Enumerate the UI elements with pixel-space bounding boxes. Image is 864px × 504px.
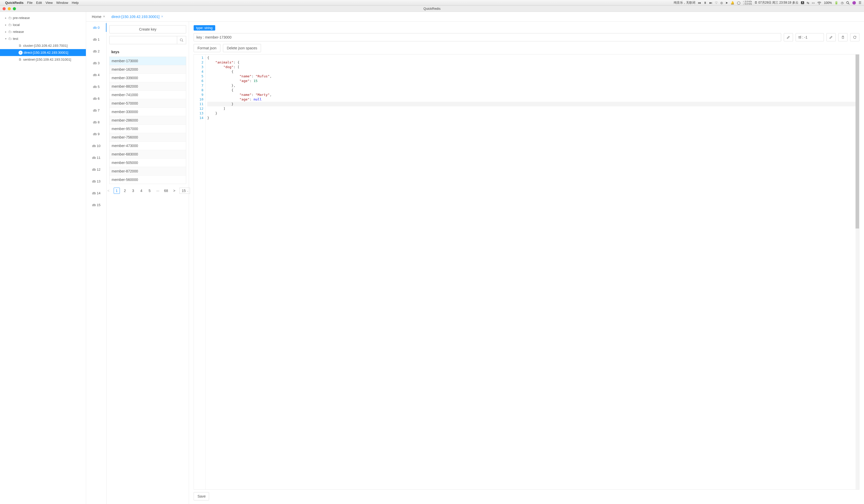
heart-icon[interactable]: ♡: [715, 1, 718, 5]
minimize-window-button[interactable]: [8, 7, 11, 10]
db-item[interactable]: db 2: [86, 45, 106, 57]
key-search-input[interactable]: [109, 36, 177, 44]
now-playing-text[interactable]: 纯音乐，无歌词: [674, 1, 695, 5]
trash-icon: [841, 36, 845, 39]
app-name[interactable]: QuickRedis: [5, 1, 24, 5]
key-row[interactable]: member-173000: [110, 57, 186, 65]
battery-bar-icon[interactable]: ▭: [812, 1, 815, 5]
db-item[interactable]: db 5: [86, 81, 106, 93]
db-item[interactable]: db 14: [86, 187, 106, 199]
page-ellipsis[interactable]: ···: [155, 188, 161, 194]
save-button[interactable]: Save: [194, 492, 209, 500]
tab[interactable]: Home✕: [89, 12, 108, 21]
rename-key-button[interactable]: [784, 33, 793, 41]
key-row[interactable]: member-957000: [110, 124, 186, 133]
date-time[interactable]: 🗓 07月29日 周三 23:59:19 多云: [754, 1, 799, 5]
page-next-button[interactable]: >: [171, 188, 178, 194]
key-row[interactable]: member-162000: [110, 65, 186, 74]
refresh-button[interactable]: [850, 33, 859, 41]
folder-icon: 🗀: [8, 37, 13, 41]
wifi-icon[interactable]: [817, 1, 821, 4]
db-item[interactable]: db 9: [86, 128, 106, 140]
network-speed-indicator[interactable]: ↑ 2.0 K/s ↓ 0.0 K/s: [743, 1, 752, 5]
db-item[interactable]: db 13: [86, 175, 106, 187]
page-number[interactable]: 5: [147, 188, 153, 194]
search-icon: [180, 38, 183, 42]
tree-folder-pre-release[interactable]: ▸🗀pre-release: [0, 14, 86, 21]
control-center-icon[interactable]: ☰: [859, 1, 861, 5]
bluetooth-icon[interactable]: ⇆: [807, 1, 809, 5]
key-row[interactable]: member-570000: [110, 99, 186, 108]
close-window-button[interactable]: [3, 7, 5, 10]
key-row[interactable]: member-473000: [110, 142, 186, 150]
db-item[interactable]: db 8: [86, 116, 106, 128]
page-number[interactable]: 2: [122, 188, 128, 194]
page-size-select[interactable]: 15: [180, 188, 190, 194]
db-item[interactable]: db 7: [86, 105, 106, 116]
search-button[interactable]: [177, 36, 186, 44]
db-item[interactable]: db 4: [86, 69, 106, 81]
editor-code[interactable]: { "animals": { "dog": [ { "name": "Rufus…: [206, 54, 859, 489]
edit-ttl-button[interactable]: [826, 33, 836, 41]
editor-gutter: 1234567891011121314: [194, 54, 206, 489]
menu-view[interactable]: View: [46, 1, 53, 5]
key-row[interactable]: member-560000: [110, 175, 186, 184]
db-item[interactable]: db 11: [86, 152, 106, 163]
format-json-button[interactable]: Format json: [194, 44, 220, 52]
tree-connection-item[interactable]: ✓direct-[150.109.42.193:30001]: [0, 49, 86, 56]
page-number[interactable]: 1: [114, 188, 120, 194]
db-item[interactable]: db 3: [86, 57, 106, 69]
battery-icon[interactable]: 🔋: [835, 1, 838, 5]
value-editor[interactable]: 1234567891011121314 { "animals": { "dog"…: [194, 54, 859, 490]
spotlight-icon[interactable]: [846, 1, 850, 5]
window-titlebar: QuickRedis: [0, 6, 864, 12]
menu-file[interactable]: File: [27, 1, 33, 5]
key-row[interactable]: member-505000: [110, 158, 186, 167]
key-name-field[interactable]: key : member-173000: [194, 33, 781, 41]
tree-folder-local[interactable]: ▸🗀local: [0, 21, 86, 28]
send-icon[interactable]: ➤: [725, 1, 728, 5]
db-item[interactable]: db 12: [86, 163, 106, 175]
tree-connection-item[interactable]: 🗎sentinel-[150.109.42.193:31001]: [0, 56, 86, 63]
key-row[interactable]: member-872000: [110, 167, 186, 175]
menu-window[interactable]: Window: [56, 1, 68, 5]
key-row[interactable]: member-683000: [110, 150, 186, 158]
siri-icon[interactable]: 🟣: [852, 1, 856, 5]
db-item[interactable]: db 0: [86, 22, 106, 34]
menu-edit[interactable]: Edit: [36, 1, 42, 5]
target-icon[interactable]: ◎: [720, 1, 723, 5]
circle-icon[interactable]: ◯: [737, 1, 740, 5]
tab-close-icon[interactable]: ✕: [161, 15, 163, 18]
key-row[interactable]: member-286000: [110, 116, 186, 124]
delete-key-button[interactable]: [838, 33, 848, 41]
key-row[interactable]: member-330000: [110, 108, 186, 116]
bell-icon[interactable]: 🔔: [731, 1, 734, 5]
editor-scrollbar[interactable]: [855, 54, 859, 489]
tab[interactable]: direct-[150.109.42.193:30001]✕: [108, 12, 166, 21]
key-row[interactable]: member-741000: [110, 90, 186, 99]
db-item[interactable]: db 6: [86, 93, 106, 105]
key-row[interactable]: member-756000: [110, 133, 186, 142]
page-number[interactable]: 4: [139, 188, 145, 194]
menu-help[interactable]: Help: [72, 1, 79, 5]
tree-folder-test[interactable]: ▾🗀test: [0, 35, 86, 42]
db-item[interactable]: db 10: [86, 140, 106, 152]
create-key-button[interactable]: Create key: [109, 25, 186, 34]
ttl-field[interactable]: ttl : -1: [795, 33, 824, 41]
prev-track-icon[interactable]: ⏮: [698, 1, 701, 5]
clock-icon[interactable]: ◷: [841, 1, 843, 5]
tab-close-icon[interactable]: ✕: [103, 15, 105, 18]
page-number[interactable]: 3: [130, 188, 136, 194]
tree-folder-release[interactable]: ▸🗀release: [0, 28, 86, 35]
key-row[interactable]: member-339000: [110, 74, 186, 82]
db-item[interactable]: db 15: [86, 199, 106, 211]
pause-icon[interactable]: ⏸: [704, 1, 707, 5]
input-source-icon[interactable]: A: [801, 1, 804, 4]
delete-json-spaces-button[interactable]: Delete json spaces: [223, 44, 261, 52]
key-row[interactable]: member-882000: [110, 82, 186, 90]
zoom-window-button[interactable]: [13, 7, 16, 10]
page-last[interactable]: 68: [163, 188, 169, 194]
next-track-icon[interactable]: ⏭: [709, 1, 712, 5]
db-item[interactable]: db 1: [86, 34, 106, 45]
tree-connection-item[interactable]: 🗎cluster-[150.109.42.193:7001]: [0, 42, 86, 49]
